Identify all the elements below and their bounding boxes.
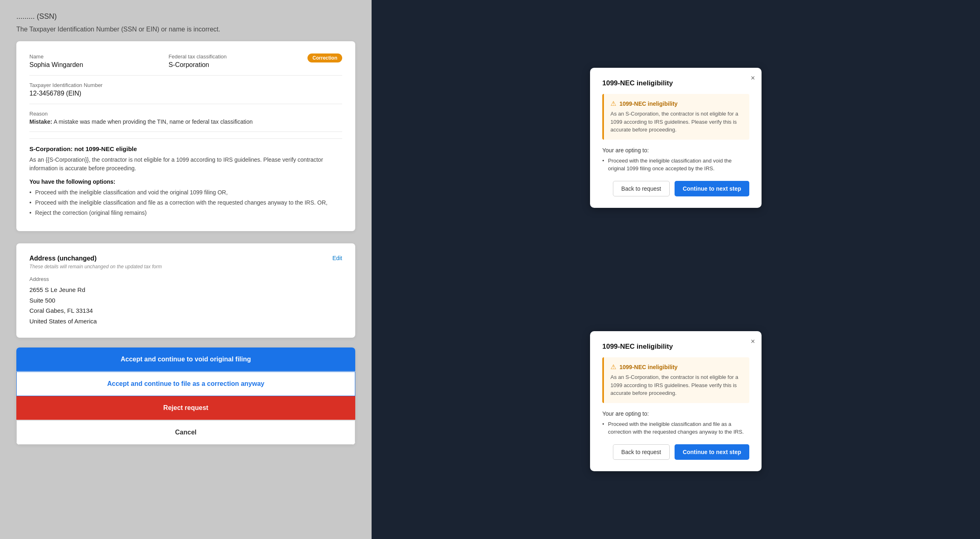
warning-box-bottom: ⚠ 1099-NEC ineligibility As an S-Corpora… — [602, 357, 749, 403]
ssn-line: ......... (SSN) — [16, 12, 355, 21]
cancel-button[interactable]: Cancel — [16, 420, 355, 445]
options-title: You have the following options: — [29, 178, 342, 185]
correction-button[interactable]: Accept and continue to file as a correct… — [16, 372, 355, 396]
opting-list-top: Proceed with the ineligible classificati… — [602, 157, 749, 173]
continue-next-step-bottom-button[interactable]: Continue to next step — [675, 444, 749, 460]
tin-value: 12-3456789 (EIN) — [29, 90, 342, 97]
right-panel: 1099-NEC ineligibility × ⚠ 1099-NEC inel… — [372, 0, 980, 539]
warning-body-top: As an S-Corporation, the contractor is n… — [610, 110, 743, 134]
right-section-top: 1099-NEC ineligibility × ⚠ 1099-NEC inel… — [388, 12, 964, 263]
modal-top-close-button[interactable]: × — [751, 74, 755, 82]
modal-top: 1099-NEC ineligibility × ⚠ 1099-NEC inel… — [590, 68, 762, 208]
address-card: Address (unchanged) Edit These details w… — [16, 243, 355, 338]
name-value: Sophia Wingarden — [29, 61, 169, 69]
tin-error-text: The Taxpayer Identification Number (SSN … — [16, 26, 355, 33]
tax-label: Federal tax classification — [169, 53, 308, 60]
opting-list-bottom: Proceed with the ineligible classificati… — [602, 420, 749, 436]
opting-section-bottom: Your are opting to: Proceed with the ine… — [602, 410, 749, 436]
back-to-request-top-button[interactable]: Back to request — [613, 181, 670, 196]
ineligibility-title: S-Corporation: not 1099-NEC eligible — [29, 145, 342, 152]
reject-button[interactable]: Reject request — [16, 396, 355, 420]
option-item: Proceed with the ineligible classificati… — [29, 188, 342, 197]
opting-item-top: Proceed with the ineligible classificati… — [602, 157, 749, 173]
modal-bottom: 1099-NEC ineligibility × ⚠ 1099-NEC inel… — [590, 331, 762, 471]
warning-title-bottom: 1099-NEC ineligibility — [619, 364, 677, 370]
form-card-header: Name Sophia Wingarden Federal tax classi… — [29, 53, 342, 69]
tin-section: Taxpayer Identification Number 12-345678… — [29, 82, 342, 97]
modal-bottom-title: 1099-NEC ineligibility — [602, 343, 749, 351]
tax-group: Federal tax classification S-Corporation — [169, 53, 308, 69]
warning-body-bottom: As an S-Corporation, the contractor is n… — [610, 373, 743, 397]
reason-label: Reason — [29, 111, 342, 117]
warning-title-top: 1099-NEC ineligibility — [619, 100, 677, 107]
address-lines: 2655 S Le Jeune Rd Suite 500 Coral Gabes… — [29, 285, 342, 326]
warning-box-header-top: ⚠ 1099-NEC ineligibility — [610, 100, 743, 107]
correction-badge: Correction — [307, 53, 342, 62]
ineligibility-section: S-Corporation: not 1099-NEC eligible As … — [29, 138, 342, 217]
back-to-request-bottom-button[interactable]: Back to request — [613, 444, 670, 460]
modal-bottom-close-button[interactable]: × — [751, 338, 755, 345]
action-buttons-card: Accept and continue to void original fil… — [16, 347, 355, 445]
modal-bottom-footer: Back to request Continue to next step — [602, 444, 749, 460]
address-line-4: United States of America — [29, 316, 342, 327]
warning-box-header-bottom: ⚠ 1099-NEC ineligibility — [610, 363, 743, 371]
tax-value: S-Corporation — [169, 61, 308, 69]
option-item: Proceed with the ineligible classificati… — [29, 198, 342, 207]
ineligibility-desc: As an {{S-Corporation}}, the contractor … — [29, 156, 342, 173]
opting-label-top: Your are opting to: — [602, 147, 749, 154]
address-subtitle: These details will remain unchanged on t… — [29, 264, 342, 270]
opting-item-bottom: Proceed with the ineligible classificati… — [602, 420, 749, 436]
address-card-title: Address (unchanged) — [29, 255, 96, 262]
tin-label: Taxpayer Identification Number — [29, 82, 342, 88]
name-label: Name — [29, 53, 169, 60]
right-section-bottom: 1099-NEC ineligibility × ⚠ 1099-NEC inel… — [388, 276, 964, 527]
address-line-3: Coral Gabes, FL 33134 — [29, 305, 342, 316]
void-button[interactable]: Accept and continue to void original fil… — [16, 347, 355, 372]
opting-label-bottom: Your are opting to: — [602, 410, 749, 417]
name-group: Name Sophia Wingarden — [29, 53, 169, 69]
form-card: Name Sophia Wingarden Federal tax classi… — [16, 41, 355, 231]
warning-box-top: ⚠ 1099-NEC ineligibility As an S-Corpora… — [602, 94, 749, 140]
reason-section: Reason Mistake: A mistake was made when … — [29, 111, 342, 125]
reason-value: Mistake: A mistake was made when providi… — [29, 118, 342, 125]
warning-icon-top: ⚠ — [610, 100, 616, 107]
address-line-1: 2655 S Le Jeune Rd — [29, 285, 342, 295]
modal-top-title: 1099-NEC ineligibility — [602, 79, 749, 87]
edit-link[interactable]: Edit — [332, 255, 342, 261]
options-list: Proceed with the ineligible classificati… — [29, 188, 342, 217]
left-panel: ......... (SSN) The Taxpayer Identificat… — [0, 0, 372, 539]
option-item: Reject the correction (original filing r… — [29, 209, 342, 217]
modal-top-footer: Back to request Continue to next step — [602, 181, 749, 196]
continue-next-step-top-button[interactable]: Continue to next step — [675, 181, 749, 196]
address-card-header: Address (unchanged) Edit — [29, 255, 342, 262]
opting-section-top: Your are opting to: Proceed with the ine… — [602, 147, 749, 173]
warning-icon-bottom: ⚠ — [610, 363, 616, 371]
address-field-label: Address — [29, 276, 342, 282]
address-line-2: Suite 500 — [29, 295, 342, 306]
